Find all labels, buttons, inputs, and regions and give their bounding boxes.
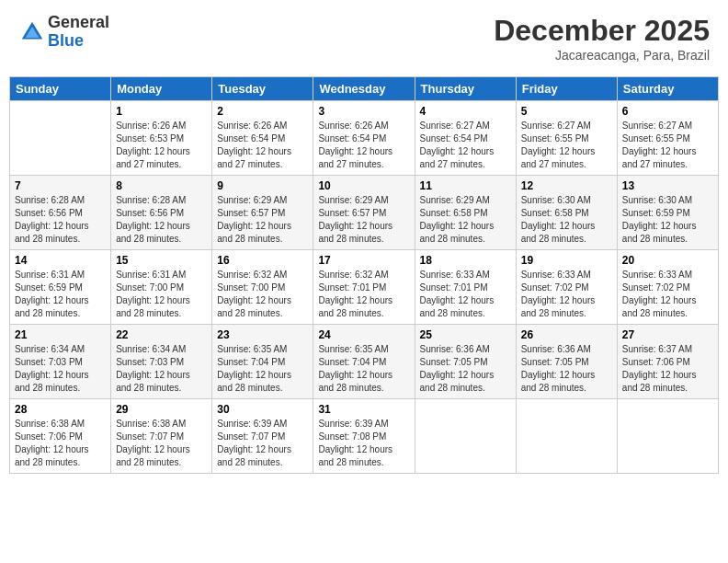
day-of-week-header: Tuesday [212,77,313,101]
day-info: Sunrise: 6:33 AM Sunset: 7:02 PM Dayligh… [622,269,713,320]
logo-text: General Blue [48,14,109,51]
page: General Blue December 2025 Jacareacanga,… [0,0,728,563]
calendar-cell: 4Sunrise: 6:27 AM Sunset: 6:54 PM Daylig… [415,101,516,176]
day-info: Sunrise: 6:32 AM Sunset: 7:00 PM Dayligh… [217,269,308,320]
day-info: Sunrise: 6:36 AM Sunset: 7:05 PM Dayligh… [420,343,511,395]
calendar-cell: 13Sunrise: 6:30 AM Sunset: 6:59 PM Dayli… [617,176,718,250]
day-number: 24 [318,328,409,341]
day-info: Sunrise: 6:35 AM Sunset: 7:04 PM Dayligh… [318,343,409,395]
calendar-cell: 16Sunrise: 6:32 AM Sunset: 7:00 PM Dayli… [212,250,313,325]
calendar-cell: 1Sunrise: 6:26 AM Sunset: 6:53 PM Daylig… [111,101,212,176]
calendar-cell: 19Sunrise: 6:33 AM Sunset: 7:02 PM Dayli… [516,250,617,325]
calendar-cell [10,101,111,176]
day-info: Sunrise: 6:31 AM Sunset: 6:59 PM Dayligh… [15,269,106,320]
day-info: Sunrise: 6:34 AM Sunset: 7:03 PM Dayligh… [116,343,207,395]
calendar-cell: 15Sunrise: 6:31 AM Sunset: 7:00 PM Dayli… [111,250,212,325]
calendar-cell: 3Sunrise: 6:26 AM Sunset: 6:54 PM Daylig… [313,101,415,176]
day-number: 23 [217,328,308,341]
day-number: 9 [217,179,308,192]
month-title: December 2025 [494,14,710,48]
calendar-week-row: 1Sunrise: 6:26 AM Sunset: 6:53 PM Daylig… [10,101,719,176]
day-info: Sunrise: 6:27 AM Sunset: 6:55 PM Dayligh… [622,120,713,171]
calendar-cell: 27Sunrise: 6:37 AM Sunset: 7:06 PM Dayli… [617,325,718,399]
day-info: Sunrise: 6:30 AM Sunset: 6:58 PM Dayligh… [521,194,612,246]
day-info: Sunrise: 6:31 AM Sunset: 7:00 PM Dayligh… [116,269,207,320]
calendar-cell: 23Sunrise: 6:35 AM Sunset: 7:04 PM Dayli… [212,325,313,399]
calendar-cell: 30Sunrise: 6:39 AM Sunset: 7:07 PM Dayli… [212,399,313,474]
day-number: 27 [622,328,713,341]
day-number: 16 [217,254,308,267]
day-number: 29 [116,403,207,416]
calendar-cell: 31Sunrise: 6:39 AM Sunset: 7:08 PM Dayli… [313,399,415,474]
day-number: 30 [217,403,308,416]
logo-general-text: General [48,14,109,32]
day-number: 11 [420,179,511,192]
day-info: Sunrise: 6:28 AM Sunset: 6:56 PM Dayligh… [15,194,106,246]
day-number: 8 [116,179,207,192]
day-info: Sunrise: 6:27 AM Sunset: 6:55 PM Dayligh… [521,120,612,171]
day-info: Sunrise: 6:32 AM Sunset: 7:01 PM Dayligh… [318,269,409,320]
day-of-week-header: Friday [516,77,617,101]
calendar-cell: 22Sunrise: 6:34 AM Sunset: 7:03 PM Dayli… [111,325,212,399]
day-number: 6 [622,105,713,118]
day-info: Sunrise: 6:26 AM Sunset: 6:54 PM Dayligh… [217,120,308,171]
day-info: Sunrise: 6:39 AM Sunset: 7:07 PM Dayligh… [217,418,308,469]
day-number: 28 [15,403,106,416]
day-number: 25 [420,328,511,341]
calendar-cell: 26Sunrise: 6:36 AM Sunset: 7:05 PM Dayli… [516,325,617,399]
calendar-cell: 17Sunrise: 6:32 AM Sunset: 7:01 PM Dayli… [313,250,415,325]
day-number: 22 [116,328,207,341]
day-info: Sunrise: 6:38 AM Sunset: 7:06 PM Dayligh… [15,418,106,469]
day-number: 2 [217,105,308,118]
day-info: Sunrise: 6:39 AM Sunset: 7:08 PM Dayligh… [318,418,409,469]
calendar-week-row: 7Sunrise: 6:28 AM Sunset: 6:56 PM Daylig… [10,176,719,250]
day-number: 13 [622,179,713,192]
calendar-cell: 11Sunrise: 6:29 AM Sunset: 6:58 PM Dayli… [415,176,516,250]
day-info: Sunrise: 6:37 AM Sunset: 7:06 PM Dayligh… [622,343,713,395]
calendar-cell [415,399,516,474]
day-info: Sunrise: 6:27 AM Sunset: 6:54 PM Dayligh… [420,120,511,171]
day-number: 17 [318,254,409,267]
calendar-week-row: 14Sunrise: 6:31 AM Sunset: 6:59 PM Dayli… [10,250,719,325]
calendar-cell: 10Sunrise: 6:29 AM Sunset: 6:57 PM Dayli… [313,176,415,250]
day-number: 26 [521,328,612,341]
calendar-cell: 9Sunrise: 6:29 AM Sunset: 6:57 PM Daylig… [212,176,313,250]
day-number: 3 [318,105,409,118]
calendar-cell: 24Sunrise: 6:35 AM Sunset: 7:04 PM Dayli… [313,325,415,399]
day-number: 19 [521,254,612,267]
calendar-cell: 14Sunrise: 6:31 AM Sunset: 6:59 PM Dayli… [10,250,111,325]
calendar-cell: 20Sunrise: 6:33 AM Sunset: 7:02 PM Dayli… [617,250,718,325]
day-info: Sunrise: 6:28 AM Sunset: 6:56 PM Dayligh… [116,194,207,246]
day-info: Sunrise: 6:35 AM Sunset: 7:04 PM Dayligh… [217,343,308,395]
calendar-week-row: 21Sunrise: 6:34 AM Sunset: 7:03 PM Dayli… [10,325,719,399]
day-number: 5 [521,105,612,118]
day-info: Sunrise: 6:29 AM Sunset: 6:57 PM Dayligh… [318,194,409,246]
header: General Blue December 2025 Jacareacanga,… [9,9,719,67]
title-area: December 2025 Jacareacanga, Para, Brazil [494,14,710,63]
day-info: Sunrise: 6:29 AM Sunset: 6:57 PM Dayligh… [217,194,308,246]
day-info: Sunrise: 6:26 AM Sunset: 6:53 PM Dayligh… [116,120,207,171]
calendar-cell: 6Sunrise: 6:27 AM Sunset: 6:55 PM Daylig… [617,101,718,176]
logo-blue-text: Blue [48,32,109,51]
day-number: 18 [420,254,511,267]
day-number: 10 [318,179,409,192]
calendar-cell: 21Sunrise: 6:34 AM Sunset: 7:03 PM Dayli… [10,325,111,399]
day-number: 7 [15,179,106,192]
day-info: Sunrise: 6:26 AM Sunset: 6:54 PM Dayligh… [318,120,409,171]
calendar-cell: 18Sunrise: 6:33 AM Sunset: 7:01 PM Dayli… [415,250,516,325]
calendar-week-row: 28Sunrise: 6:38 AM Sunset: 7:06 PM Dayli… [10,399,719,474]
day-info: Sunrise: 6:36 AM Sunset: 7:05 PM Dayligh… [521,343,612,395]
calendar-table: SundayMondayTuesdayWednesdayThursdayFrid… [9,76,719,474]
day-number: 15 [116,254,207,267]
day-info: Sunrise: 6:33 AM Sunset: 7:02 PM Dayligh… [521,269,612,320]
calendar-cell [516,399,617,474]
logo: General Blue [18,14,109,51]
calendar-cell: 5Sunrise: 6:27 AM Sunset: 6:55 PM Daylig… [516,101,617,176]
calendar-cell: 12Sunrise: 6:30 AM Sunset: 6:58 PM Dayli… [516,176,617,250]
day-of-week-header: Saturday [617,77,718,101]
calendar-cell: 7Sunrise: 6:28 AM Sunset: 6:56 PM Daylig… [10,176,111,250]
day-info: Sunrise: 6:33 AM Sunset: 7:01 PM Dayligh… [420,269,511,320]
location-subtitle: Jacareacanga, Para, Brazil [494,48,710,63]
day-number: 20 [622,254,713,267]
day-info: Sunrise: 6:29 AM Sunset: 6:58 PM Dayligh… [420,194,511,246]
